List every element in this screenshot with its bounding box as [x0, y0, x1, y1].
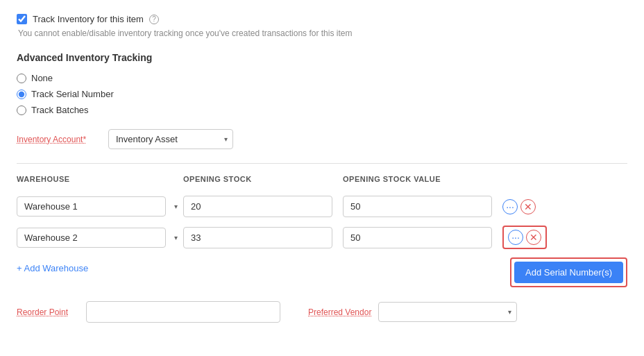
header-opening-stock: OPENING STOCK — [183, 175, 343, 183]
warehouse-1-select[interactable]: Warehouse 1 Warehouse 2 — [17, 196, 166, 217]
advanced-tracking-title: Advanced Inventory Tracking — [17, 52, 627, 63]
row-1-dots-button[interactable]: ··· — [502, 199, 518, 214]
radio-serial[interactable] — [17, 90, 26, 99]
opening-stock-2-input[interactable] — [183, 227, 332, 248]
warehouse-1-chevron-icon: ▾ — [174, 203, 178, 210]
track-inventory-label: Track Inventory for this item — [33, 14, 144, 24]
serial-btn-area: Add Serial Number(s) — [510, 257, 627, 287]
track-inventory-checkbox[interactable] — [17, 14, 27, 24]
preferred-vendor-group: Preferred Vendor ▾ — [308, 302, 517, 322]
radio-none-label[interactable]: None — [31, 73, 53, 83]
row-2-actions-wrap: ··· ✕ — [502, 226, 547, 249]
track-inventory-note: You cannot enable/disable inventory trac… — [18, 28, 627, 38]
radio-item-none: None — [17, 73, 627, 83]
warehouse-1-select-wrapper: Warehouse 1 Warehouse 2 ▾ — [17, 196, 183, 217]
warehouse-2-chevron-icon: ▾ — [174, 234, 178, 241]
warehouse-2-select[interactable]: Warehouse 1 Warehouse 2 — [17, 228, 166, 248]
opening-stock-1-input[interactable] — [183, 196, 332, 217]
header-actions — [502, 175, 627, 183]
row-2-delete-button[interactable]: ✕ — [526, 230, 541, 245]
header-warehouse: WAREHOUSE — [17, 175, 183, 183]
radio-none[interactable] — [17, 74, 26, 83]
inventory-account-select[interactable]: Inventory Asset Other Asset Current Asse… — [108, 129, 233, 149]
opening-stock-2-cell — [183, 227, 343, 248]
warehouse-table-header: WAREHOUSE OPENING STOCK OPENING STOCK VA… — [17, 175, 627, 189]
reorder-point-group: Reorder Point — [17, 301, 280, 323]
radio-batches-label[interactable]: Track Batches — [31, 105, 89, 115]
table-row: Warehouse 1 Warehouse 2 ▾ ··· ✕ — [17, 226, 627, 249]
add-serial-number-button[interactable]: Add Serial Number(s) — [514, 262, 623, 283]
inventory-account-row: Inventory Account* Inventory Asset Other… — [17, 129, 627, 149]
row-2-dots-button[interactable]: ··· — [508, 230, 523, 245]
inventory-account-label: Inventory Account* — [17, 135, 100, 144]
opening-stock-value-1-input[interactable] — [343, 196, 492, 217]
bottom-row: + Add Warehouse Add Serial Number(s) — [17, 257, 627, 287]
reorder-row: Reorder Point Preferred Vendor ▾ — [17, 301, 627, 323]
preferred-vendor-label: Preferred Vendor — [308, 307, 371, 317]
row-1-delete-button[interactable]: ✕ — [520, 199, 536, 214]
preferred-vendor-select[interactable] — [378, 302, 517, 322]
opening-stock-value-1-cell — [343, 196, 502, 217]
add-serial-section: Add Serial Number(s) — [510, 257, 627, 287]
inventory-account-select-wrapper: Inventory Asset Other Asset Current Asse… — [108, 129, 233, 149]
opening-stock-value-2-input[interactable] — [343, 227, 492, 248]
opening-stock-1-cell — [183, 196, 343, 217]
row-2-actions-highlighted: ··· ✕ — [502, 226, 627, 249]
row-1-actions: ··· ✕ — [502, 199, 627, 214]
opening-stock-value-2-cell — [343, 227, 502, 248]
radio-item-batches: Track Batches — [17, 105, 627, 115]
reorder-point-label: Reorder Point — [17, 307, 79, 317]
reorder-point-input[interactable] — [86, 301, 280, 323]
radio-item-serial: Track Serial Number — [17, 89, 627, 99]
add-warehouse-link[interactable]: + Add Warehouse — [17, 263, 88, 273]
radio-serial-label[interactable]: Track Serial Number — [31, 89, 114, 99]
radio-batches[interactable] — [17, 105, 26, 115]
help-icon[interactable]: ? — [149, 15, 159, 24]
preferred-vendor-select-wrapper: ▾ — [378, 302, 517, 322]
warehouse-2-select-wrapper: Warehouse 1 Warehouse 2 ▾ — [17, 228, 183, 248]
header-opening-stock-value: OPENING STOCK VALUE — [343, 175, 502, 183]
add-warehouse-area: + Add Warehouse — [17, 263, 88, 287]
divider — [17, 163, 627, 164]
advanced-tracking-options: None Track Serial Number Track Batches — [17, 73, 627, 115]
table-row: Warehouse 1 Warehouse 2 ▾ ··· ✕ — [17, 196, 627, 217]
track-inventory-row: Track Inventory for this item ? — [17, 14, 627, 24]
